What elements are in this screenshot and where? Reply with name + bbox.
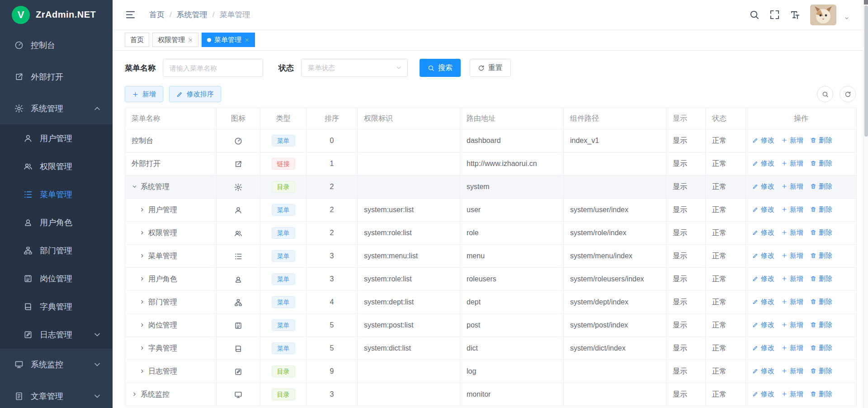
add-button[interactable]: 新增 xyxy=(125,86,163,102)
user-avatar[interactable] xyxy=(810,5,836,25)
row-expand-icon[interactable] xyxy=(132,391,137,397)
tab-menu-management[interactable]: 菜单管理 xyxy=(202,33,255,47)
sidebar-item-dict[interactable]: 字典管理 xyxy=(0,293,113,321)
row-edit-button[interactable]: 修改 xyxy=(752,344,774,352)
row-expand-icon[interactable] xyxy=(139,345,145,351)
sidebar-item-monitor[interactable]: 系统监控 xyxy=(0,349,113,380)
row-edit-button[interactable]: 修改 xyxy=(752,275,774,283)
row-add-button[interactable]: 新增 xyxy=(781,159,803,168)
row-delete-button[interactable]: 删除 xyxy=(810,136,832,145)
row-delete-button[interactable]: 删除 xyxy=(810,251,832,260)
row-add-button[interactable]: 新增 xyxy=(781,367,803,375)
tab-close-icon[interactable] xyxy=(188,38,193,43)
breadcrumb-item[interactable]: 系统管理 xyxy=(177,9,208,20)
font-size-icon[interactable] xyxy=(790,9,800,20)
row-edit-button[interactable]: 修改 xyxy=(752,321,774,329)
sidebar-item-user[interactable]: 用户管理 xyxy=(0,124,113,152)
scrollbar-thumb[interactable] xyxy=(864,5,868,137)
row-delete-button[interactable]: 删除 xyxy=(810,298,832,306)
row-add-button[interactable]: 新增 xyxy=(781,344,803,352)
column-header[interactable]: 操作 xyxy=(746,108,857,129)
row-expand-icon[interactable] xyxy=(139,253,145,259)
column-header[interactable]: 路由地址 xyxy=(460,108,564,129)
row-add-button[interactable]: 新增 xyxy=(781,228,803,237)
row-edit-button[interactable]: 修改 xyxy=(752,228,774,237)
row-delete-button[interactable]: 删除 xyxy=(810,228,832,237)
row-add-button[interactable]: 新增 xyxy=(781,205,803,214)
column-header[interactable]: 显示 xyxy=(666,108,706,129)
row-edit-button[interactable]: 修改 xyxy=(752,205,774,214)
hamburger-icon[interactable] xyxy=(125,9,136,20)
row-edit-button[interactable]: 修改 xyxy=(752,182,774,191)
filter-bar: 菜单名称 状态 菜单状态 搜索 重置 xyxy=(125,59,856,77)
edit-sort-button[interactable]: 修改排序 xyxy=(169,86,221,102)
breadcrumb-item[interactable]: 首页 xyxy=(149,9,165,20)
column-header[interactable]: 组件路径 xyxy=(564,108,666,129)
row-add-button[interactable]: 新增 xyxy=(781,390,803,399)
tab-role-management[interactable]: 权限管理 xyxy=(152,33,198,47)
page-scrollbar[interactable] xyxy=(863,0,868,408)
sidebar-item-post[interactable]: 岗位管理 xyxy=(0,265,113,293)
sidebar-item-dept[interactable]: 部门管理 xyxy=(0,237,113,265)
menu-name-input[interactable] xyxy=(163,59,263,77)
row-expand-icon[interactable] xyxy=(139,368,145,374)
row-expand-icon[interactable] xyxy=(139,322,145,328)
column-header[interactable]: 图标 xyxy=(217,108,260,129)
row-delete-button[interactable]: 删除 xyxy=(810,159,832,168)
sidebar-item-dashboard[interactable]: 控制台 xyxy=(0,29,113,61)
search-button[interactable]: 搜索 xyxy=(420,59,461,77)
row-add-button[interactable]: 新增 xyxy=(781,136,803,145)
column-header[interactable]: 状态 xyxy=(706,108,746,129)
table-row-monitor: 系统监控目录3monitor显示正常修改新增删除 xyxy=(125,383,857,406)
status-select[interactable]: 菜单状态 xyxy=(301,59,408,77)
row-add-button[interactable]: 新增 xyxy=(781,182,803,191)
column-header[interactable]: 权限标识 xyxy=(358,108,460,129)
row-delete-button[interactable]: 删除 xyxy=(810,390,832,399)
reset-button[interactable]: 重置 xyxy=(470,59,511,77)
sidebar-item-external[interactable]: 外部打开 xyxy=(0,61,113,93)
sidebar-item-role[interactable]: 权限管理 xyxy=(0,152,113,180)
cell xyxy=(564,176,666,199)
row-edit-button[interactable]: 修改 xyxy=(752,367,774,375)
sidebar-item-menu[interactable]: 菜单管理 xyxy=(0,180,113,209)
row-delete-button[interactable]: 删除 xyxy=(810,367,832,375)
row-delete-button[interactable]: 删除 xyxy=(810,182,832,191)
row-delete-button[interactable]: 删除 xyxy=(810,344,832,352)
avatar-caret-down-icon[interactable] xyxy=(844,15,850,21)
row-expand-icon[interactable] xyxy=(139,207,145,213)
cell: log xyxy=(460,360,564,383)
row-collapse-icon[interactable] xyxy=(132,184,137,190)
row-expand-icon[interactable] xyxy=(139,299,145,305)
sidebar-item-article[interactable]: 文章管理 xyxy=(0,380,113,408)
row-delete-button[interactable]: 删除 xyxy=(810,275,832,283)
row-edit-button[interactable]: 修改 xyxy=(752,390,774,399)
sidebar-item-system[interactable]: 系统管理 xyxy=(0,93,113,124)
row-add-button[interactable]: 新增 xyxy=(781,251,803,260)
row-add-button[interactable]: 新增 xyxy=(781,321,803,329)
table-refresh-button[interactable] xyxy=(840,86,856,102)
cell: 控制台 xyxy=(125,129,217,152)
row-edit-button[interactable]: 修改 xyxy=(752,159,774,168)
header-search-icon[interactable] xyxy=(749,9,760,20)
row-add-button[interactable]: 新增 xyxy=(781,275,803,283)
row-expand-icon[interactable] xyxy=(139,276,145,282)
row-delete-button[interactable]: 删除 xyxy=(810,205,832,214)
sidebar-item-roleusers[interactable]: 用户角色 xyxy=(0,209,113,237)
column-header[interactable]: 类型 xyxy=(260,108,307,129)
sidebar-item-log[interactable]: 日志管理 xyxy=(0,321,113,349)
row-edit-button[interactable]: 修改 xyxy=(752,136,774,145)
column-header[interactable]: 排序 xyxy=(307,108,358,129)
app-logo[interactable]: V ZrAdmin.NET xyxy=(0,0,113,29)
row-edit-button[interactable]: 修改 xyxy=(752,251,774,260)
table-search-button[interactable] xyxy=(817,86,833,102)
tab-home[interactable]: 首页 xyxy=(125,33,149,47)
fullscreen-icon[interactable] xyxy=(769,9,780,20)
tab-close-icon[interactable] xyxy=(245,38,250,43)
row-delete-button[interactable]: 删除 xyxy=(810,321,832,329)
row-add-button[interactable]: 新增 xyxy=(781,298,803,306)
book-icon xyxy=(24,302,33,311)
row-edit-button[interactable]: 修改 xyxy=(752,298,774,306)
row-expand-icon[interactable] xyxy=(139,230,145,236)
menu-name: 部门管理 xyxy=(148,298,177,306)
column-header[interactable]: 菜单名称 xyxy=(125,108,217,129)
